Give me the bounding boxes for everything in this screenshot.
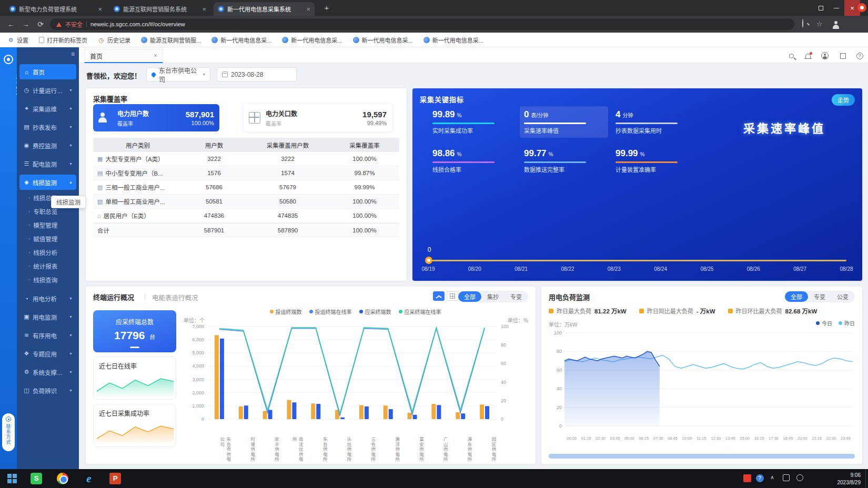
window-minimize-button[interactable] <box>829 0 844 16</box>
page-tab-home[interactable]: 首页 × <box>84 49 163 63</box>
browser-tab[interactable]: 新一代用电信息采集系统× <box>214 2 315 16</box>
new-tab-button[interactable] <box>322 3 331 13</box>
bookmark-item[interactable]: 新一代用电信息采... <box>353 36 413 44</box>
url-field[interactable]: 不安全 neweic.js.sgcc.com.cn/#/oc/overview <box>50 18 794 30</box>
bookmark-item[interactable]: 新一代用电信息采... <box>282 36 342 44</box>
legend-item[interactable]: 投运终端数 <box>270 308 302 316</box>
sidebar-item[interactable]: ◔用电分析▼ <box>19 291 76 306</box>
legend-item[interactable]: 投运终端在线率 <box>309 308 352 316</box>
tray-app-icon[interactable] <box>742 474 752 482</box>
bookmark-item[interactable]: 设置 <box>7 36 28 44</box>
collect-success-card[interactable]: 近七日采集成功率 <box>93 404 176 447</box>
sidebar-item[interactable]: ▤抄表发布▼ <box>19 119 76 135</box>
sidebar-subitem[interactable]: ◦赋值管理 <box>17 232 79 246</box>
sidebar-item[interactable]: ❖专题应用▼ <box>19 346 76 361</box>
fullscreen-icon[interactable] <box>839 52 847 60</box>
online-rate-card[interactable]: 近七日在线率 <box>93 357 176 400</box>
taskbar-app-green[interactable] <box>31 473 42 484</box>
bookmark-item[interactable]: 能源互联网营销服... <box>141 36 201 44</box>
back-icon[interactable]: ← <box>6 20 16 28</box>
tab-terminal-overview[interactable]: 终端运行概况 <box>93 292 134 302</box>
sidebar-item[interactable]: ◈线损监测▲ <box>19 175 76 190</box>
tray-input-indicator[interactable] <box>781 474 791 481</box>
taskbar-chrome[interactable] <box>57 473 68 484</box>
bookmark-item[interactable]: 新一代用电信息采... <box>423 36 483 44</box>
trend-button[interactable]: 走势 <box>832 94 855 106</box>
bookmark-star-icon[interactable]: ☆ <box>816 20 823 28</box>
table-cell: 3222 <box>246 156 330 162</box>
terminal-segment[interactable]: 集抄 <box>481 291 504 302</box>
table-view-toggle[interactable] <box>447 291 458 301</box>
menu-icon: ⌂ <box>23 69 30 75</box>
chevron-up-icon: ▲ <box>69 180 73 184</box>
table-row[interactable]: ▧单相一般工商业用户...5058150580100.00% <box>93 195 399 209</box>
taskbar-clock[interactable]: 9:06 2023/8/29 <box>837 472 861 486</box>
sidebar-subitem[interactable]: ◦线损分析 <box>17 246 79 259</box>
chart-view-toggle[interactable] <box>433 291 445 301</box>
tab-close-icon[interactable]: × <box>98 5 102 13</box>
refresh-icon[interactable]: ⟳ <box>36 20 45 28</box>
load-segment[interactable]: 全部 <box>785 291 808 302</box>
terminal-segment[interactable]: 全部 <box>458 291 481 302</box>
tray-volume[interactable] <box>794 474 805 481</box>
window-restore-button[interactable] <box>813 0 829 16</box>
org-select[interactable]: 东台市供电公司 <box>146 67 210 82</box>
taskbar-powerpoint[interactable] <box>109 473 121 484</box>
bookmark-item[interactable]: 打开新的标签页 <box>39 36 87 44</box>
tab-close-icon[interactable]: × <box>202 5 206 13</box>
sidebar-item[interactable]: ⚙系统支撑功能▼ <box>19 364 76 380</box>
notification-bell-icon[interactable] <box>804 52 812 60</box>
sidebar-item[interactable]: ⌂首页 <box>19 64 76 79</box>
zoom-search-icon[interactable] <box>802 19 803 27</box>
legend-item[interactable]: 今日 <box>816 319 832 327</box>
legend-item[interactable]: 应采终端数 <box>359 308 391 316</box>
sidebar-item[interactable]: ◷计量运行监测▼ <box>19 83 76 98</box>
terminal-total-card[interactable]: 应采终端总数 17796 台 <box>93 310 176 352</box>
bookmark-item[interactable]: 历史记录 <box>98 36 130 44</box>
tab-close-icon[interactable]: × <box>306 5 310 13</box>
browser-tab[interactable]: 能源互联网营销服务系统× <box>109 2 210 16</box>
tray-overflow-chevron[interactable] <box>767 474 778 480</box>
help-icon[interactable] <box>855 52 864 60</box>
sidebar-item[interactable]: ☰配电监测▼ <box>19 156 76 171</box>
sidebar-subitem[interactable]: ◦线损查询 <box>17 273 79 287</box>
table-row[interactable]: ▤中小型专变用户（B...1576157499.87% <box>93 166 399 180</box>
tab-meter-overview[interactable]: 电能表运行概况 <box>152 292 198 302</box>
legend-item[interactable]: 应采终端在线率 <box>399 308 441 316</box>
bookmark-item[interactable]: 新一代用电信息采... <box>211 36 271 44</box>
timeline-handle[interactable] <box>425 257 432 264</box>
browser-tab[interactable]: 新型电力负荷管理系统× <box>5 2 106 16</box>
table-row[interactable]: ▦大型专变用户（A类）32223222100.00% <box>93 152 399 166</box>
sidebar-subitem[interactable]: ◦统计报表 <box>17 259 79 273</box>
show-desktop-button[interactable] <box>865 469 868 488</box>
carousel-indicator[interactable] <box>130 347 139 348</box>
terminal-segment[interactable]: 专变 <box>504 291 528 302</box>
table-row[interactable]: ▥三相一般工商业用户...576865767999.99% <box>93 180 399 195</box>
table-row[interactable]: ⌂居民用户（E类）474836474835100.00% <box>93 209 399 223</box>
tray-help-icon[interactable] <box>754 474 765 482</box>
sidebar-item[interactable]: ▣用电监测▼ <box>19 309 76 324</box>
date-input[interactable]: 2023-08-28 <box>217 67 297 82</box>
timeline-track[interactable] <box>428 260 846 261</box>
sidebar-item[interactable]: ◉费控监测▼ <box>19 138 76 153</box>
table-cell: 474835 <box>246 212 330 219</box>
contact-badge[interactable]: 联系方式 <box>2 413 15 451</box>
sidebar-subitem[interactable]: ◦模型管理 <box>17 218 79 232</box>
datazoom-slider[interactable] <box>549 454 855 459</box>
start-button[interactable] <box>6 473 18 484</box>
forward-icon[interactable]: → <box>21 20 31 28</box>
sidebar-collapse-icon[interactable] <box>71 50 75 58</box>
search-icon[interactable] <box>787 52 795 60</box>
load-segment[interactable]: 公变 <box>831 291 854 302</box>
page-tab-close-icon[interactable]: × <box>154 52 157 59</box>
power-gates-card[interactable]: 电力关口数 覆盖率 19,597 99.49% <box>244 104 392 131</box>
browser-assistant-badge-icon[interactable] <box>857 3 866 12</box>
sidebar-item[interactable]: ≋有序用电▼ <box>19 328 76 343</box>
sidebar-item[interactable]: ◫负荷辨识▼ <box>19 383 76 398</box>
legend-item[interactable]: 昨日 <box>839 319 855 327</box>
sidebar-item[interactable]: ✦采集运维▼ <box>19 101 76 116</box>
power-users-card[interactable]: 电力用户数 覆盖率 587,901 100.00% <box>93 104 219 131</box>
taskbar-ie[interactable] <box>83 473 95 484</box>
load-segment[interactable]: 专变 <box>808 291 831 302</box>
user-avatar[interactable] <box>821 52 829 60</box>
